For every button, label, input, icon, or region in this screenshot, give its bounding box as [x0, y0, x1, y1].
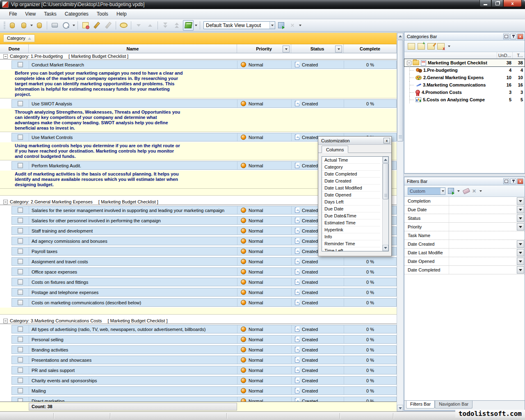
column-option[interactable]: Category — [322, 164, 380, 171]
done-checkbox[interactable] — [18, 269, 23, 274]
panel-pin-button[interactable] — [510, 34, 516, 39]
new-subcategory-button[interactable] — [418, 43, 425, 50]
done-checkbox[interactable] — [18, 398, 23, 402]
column-option[interactable]: Estimated Time — [322, 219, 380, 226]
categories-toolbar-overflow-icon[interactable] — [448, 46, 450, 47]
minimize-button[interactable] — [479, 0, 491, 7]
scroll-up-button[interactable] — [383, 157, 388, 163]
collapse-group-icon[interactable] — [3, 319, 8, 323]
task-row[interactable]: Personal sellingNormalCreated0 % — [0, 334, 397, 345]
priority-filter-button[interactable] — [283, 46, 290, 52]
layout-combo[interactable]: Default Task View Layout — [203, 21, 275, 29]
view-task-button[interactable] — [118, 20, 129, 31]
status-filter-button[interactable] — [335, 46, 342, 52]
toolbar-overflow-icon[interactable] — [299, 25, 301, 26]
filter-dropdown-button[interactable] — [517, 266, 524, 274]
column-option[interactable]: Reminder Time — [322, 240, 380, 247]
group-by-category-chip[interactable]: Category — [3, 34, 35, 42]
panel-splitter[interactable] — [404, 173, 525, 177]
filter-dropdown-button[interactable] — [517, 223, 524, 231]
print-preview-button[interactable] — [61, 20, 71, 31]
filter-preset-dropdown[interactable] — [440, 188, 445, 194]
scrollbar-thumb[interactable] — [383, 163, 388, 199]
done-checkbox[interactable] — [18, 378, 23, 383]
done-checkbox[interactable] — [18, 347, 23, 352]
delete-filter-icon[interactable]: ✕ — [472, 188, 476, 194]
tab-columns[interactable]: Columns — [322, 146, 348, 153]
menu-help[interactable]: Help — [112, 10, 131, 18]
done-checkbox[interactable] — [18, 249, 23, 254]
new-task-button[interactable] — [80, 20, 91, 31]
filter-value-field[interactable] — [449, 214, 525, 222]
column-option[interactable]: Date Completed — [322, 171, 380, 178]
move-down-button[interactable] — [133, 20, 144, 31]
column-option[interactable]: Due Date — [322, 205, 380, 212]
delete-task-button[interactable] — [103, 20, 114, 31]
menu-view[interactable]: View — [21, 10, 40, 18]
done-checkbox[interactable] — [18, 279, 23, 285]
filters-toolbar-overflow-icon[interactable] — [479, 190, 482, 192]
task-view-layout-button[interactable] — [183, 20, 194, 31]
open-database-button[interactable] — [7, 20, 18, 31]
apply-layout-button[interactable] — [276, 20, 286, 31]
task-row[interactable]: Branding activitiesNormalCreated0 % — [0, 345, 397, 355]
dialog-scrollbar[interactable] — [382, 157, 388, 251]
delete-category-button[interactable] — [437, 43, 445, 50]
move-up-button[interactable] — [145, 20, 155, 31]
scroll-down-button[interactable] — [397, 405, 403, 411]
task-row[interactable]: Office space expensesNormalCreated0 % — [0, 267, 397, 277]
scrollbar-thumb[interactable] — [397, 40, 403, 142]
filter-dropdown-button[interactable] — [517, 215, 524, 222]
tree-item-category[interactable]: 2.General Marketing Expens1010 — [404, 74, 525, 81]
title-bar[interactable]: Vip organizer [C:\Users\dmitry\Desktop\1… — [0, 0, 525, 9]
delete-layout-button[interactable]: ✕ — [287, 20, 298, 31]
scroll-up-button[interactable] — [397, 33, 403, 39]
save-filter-dropdown-icon[interactable] — [457, 190, 460, 192]
new-database-button[interactable] — [18, 20, 29, 31]
done-checkbox[interactable] — [18, 326, 23, 332]
column-header-priority[interactable]: Priority — [237, 44, 291, 53]
task-row[interactable]: Use SWOT AnalysisNormalCreated0 % — [0, 98, 397, 109]
task-row[interactable]: Assignment and travel costsNormalCreated… — [0, 256, 397, 267]
tree-item-category[interactable]: 4.Promotion Costs33 — [404, 89, 525, 96]
done-checkbox[interactable] — [18, 357, 23, 363]
undone-column-header[interactable]: UnD... — [497, 52, 512, 59]
layout-dropdown-icon[interactable] — [195, 25, 197, 26]
restore-button[interactable] — [491, 0, 503, 7]
collapse-group-icon[interactable] — [3, 54, 8, 59]
edit-task-button[interactable] — [91, 20, 102, 31]
menu-categories[interactable]: Categories — [61, 10, 93, 18]
filter-value-field[interactable] — [449, 249, 525, 257]
close-button[interactable]: x — [503, 0, 522, 7]
filter-value-field[interactable] — [449, 231, 525, 240]
column-header-name[interactable]: Name — [29, 44, 237, 53]
panel-float-button[interactable] — [503, 34, 509, 39]
scroll-down-button[interactable] — [383, 245, 388, 251]
done-checkbox[interactable] — [18, 101, 23, 106]
filter-value-field[interactable] — [449, 197, 525, 205]
column-option[interactable]: Actual Time — [322, 157, 380, 164]
task-row[interactable]: All types of advertising (radio, TV, web… — [0, 324, 397, 334]
new-database-dropdown-icon[interactable] — [30, 25, 33, 26]
column-option[interactable]: Time Left — [322, 247, 380, 251]
filter-dropdown-button[interactable] — [517, 240, 524, 248]
panel-close-button[interactable]: x — [517, 178, 523, 184]
tab-navigation-bar[interactable]: Navigation Bar — [435, 401, 472, 409]
save-database-button[interactable] — [34, 20, 45, 31]
done-checkbox[interactable] — [18, 135, 23, 140]
task-row[interactable]: MailingNormalCreated0 % — [0, 386, 397, 396]
save-filter-icon[interactable] — [448, 188, 454, 194]
column-option[interactable]: Date Last Modified — [322, 185, 380, 192]
menu-tasks[interactable]: Tasks — [40, 10, 61, 18]
task-row[interactable]: Conduct Market ResearchNormalCreated0 % — [0, 59, 397, 70]
filter-dropdown-button[interactable] — [517, 197, 524, 205]
column-option[interactable]: Date Opened — [322, 192, 380, 199]
filter-value-field[interactable] — [449, 205, 525, 214]
category-group-row[interactable]: Category: 3.Marketing Communications Cos… — [0, 318, 397, 324]
move-bottom-button[interactable] — [160, 20, 171, 31]
column-header-status[interactable]: Status — [291, 44, 344, 53]
done-checkbox[interactable] — [18, 228, 23, 233]
print-dropdown-icon[interactable] — [73, 25, 75, 26]
done-checkbox[interactable] — [18, 290, 23, 295]
tab-filters-bar[interactable]: Filters Bar — [406, 401, 435, 409]
